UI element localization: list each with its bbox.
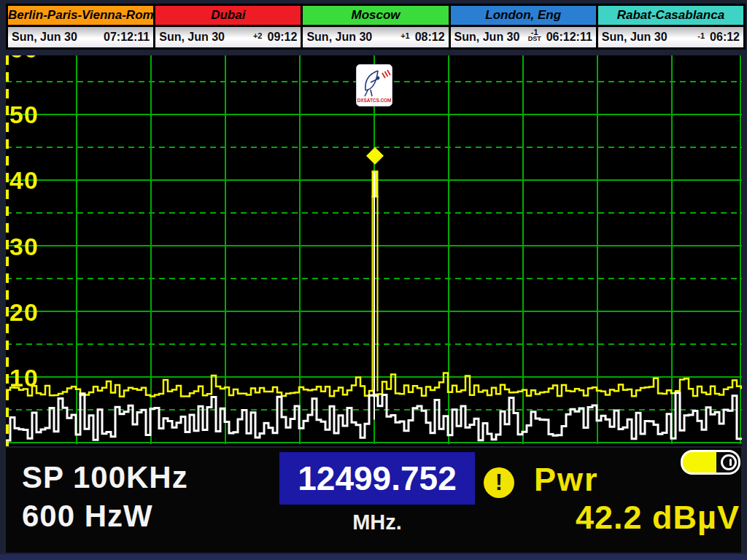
clock-utc-offset: +1 (397, 33, 414, 39)
frequency-display: 12499.752 (279, 452, 475, 505)
clock-time: 09:12 (267, 31, 297, 44)
clock-date: Sun, Jun 30 (159, 31, 225, 44)
battery-terminal-icon (721, 454, 737, 470)
clock-time: 06:12:11 (546, 31, 592, 44)
bandwidth-readout: 600 HzW (22, 499, 153, 534)
clock-time-row: Sun, Jun 30 +2 09:12 (155, 27, 301, 47)
clock-column-dubai: Dubai Sun, Jun 30 +2 09:12 (155, 6, 301, 47)
world-clock-bar: Berlin-Paris-Vienna-Roma Sun, Jun 30 07:… (6, 4, 746, 50)
clock-date: Sun, Jun 30 (12, 31, 77, 44)
y-tick-40: 40 (9, 167, 61, 193)
screen-frame-bottom (0, 554, 747, 560)
y-axis-dashed-line (6, 55, 9, 446)
readout-bar: SP 100KHz 600 HzW 12499.752 MHz. ! Pwr 4… (6, 448, 741, 553)
logo-text: DXSATCS.COM (357, 98, 392, 103)
satellite-meter-screen: Berlin-Paris-Vienna-Roma Sun, Jun 30 07:… (0, 0, 747, 560)
clock-column-moscow: Moscow Sun, Jun 30 +1 08:12 (303, 6, 448, 47)
clock-time-row: Sun, Jun 30 +1 08:12 (303, 27, 448, 47)
clock-time-row: Sun, Jun 30 07:12:11 (8, 27, 153, 47)
clock-date: Sun, Jun 30 (306, 31, 372, 44)
battery-icon (681, 450, 740, 475)
y-tick-30: 30 (9, 233, 61, 260)
clock-city-label: Rabat-Casablanca (598, 6, 743, 27)
clock-date: Sun, Jun 30 (602, 31, 667, 44)
spectrum-plot: 60 50 40 30 20 10 (6, 55, 742, 446)
power-value: 42.2 dBµV (400, 499, 740, 537)
clock-utc-offset: -1 (694, 33, 708, 39)
span-readout: SP 100KHz (22, 460, 188, 495)
clock-time-row: Sun, Jun 30 -1DST 06:12:11 (451, 27, 596, 47)
clock-utc-offset: -1DST (525, 29, 545, 42)
spectrum-canvas (6, 55, 742, 446)
clock-time: 06:12 (710, 31, 740, 44)
clock-column-london: London, Eng Sun, Jun 30 -1DST 06:12:11 (451, 6, 596, 47)
clock-utc-offset: +2 (249, 33, 266, 39)
clock-time-row: Sun, Jun 30 -1 06:12 (598, 27, 743, 47)
clock-date: Sun, Jun 30 (454, 31, 520, 44)
clock-time: 08:12 (415, 31, 445, 44)
clock-city-label: Moscow (303, 6, 448, 27)
clock-city-label: Dubai (155, 6, 301, 27)
clock-city-label: London, Eng (451, 6, 596, 27)
y-tick-20: 20 (9, 299, 61, 325)
y-tick-10: 10 (9, 365, 61, 391)
power-label: Pwr (534, 461, 599, 499)
y-tick-60: 60 (9, 55, 61, 62)
dxsatcs-logo: DXSATCS.COM (356, 64, 392, 106)
alert-icon: ! (484, 467, 514, 498)
clock-time: 07:12:11 (104, 31, 150, 44)
clock-column-rabat: Rabat-Casablanca Sun, Jun 30 -1 06:12 (598, 6, 743, 47)
y-tick-50: 50 (9, 101, 61, 128)
clock-column-berlin: Berlin-Paris-Vienna-Roma Sun, Jun 30 07:… (8, 6, 153, 47)
clock-city-label: Berlin-Paris-Vienna-Roma (8, 6, 153, 27)
